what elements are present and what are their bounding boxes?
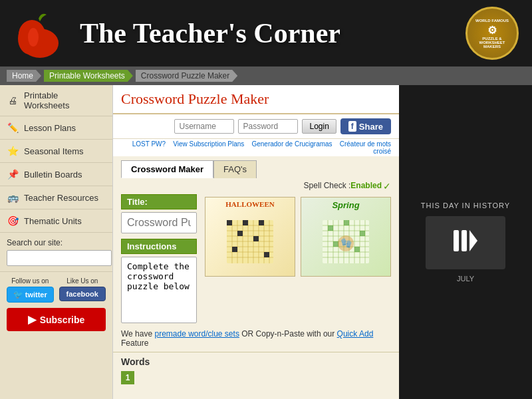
- sidebar-item-resources[interactable]: 🚌 Teacher Resources: [0, 186, 112, 209]
- lost-pw-link[interactable]: LOST PW?: [132, 140, 166, 148]
- facebook-button[interactable]: facebook: [59, 287, 106, 301]
- sidebar-item-bulletin[interactable]: 📌 Bulletin Boards: [0, 163, 112, 186]
- login-row: Login f Share: [113, 114, 399, 139]
- checkmark-icon: ✓: [383, 181, 391, 192]
- tab-faq[interactable]: FAQ's: [213, 160, 257, 178]
- form-left: Title: Instructions Complete the crosswo…: [121, 194, 197, 325]
- svg-rect-20: [227, 220, 232, 225]
- breadcrumb: Home Printable Worksheets Crossword Puzz…: [0, 66, 532, 85]
- svg-rect-25: [232, 247, 237, 252]
- svg-text:🧤: 🧤: [340, 237, 352, 249]
- info-text: We have premade word/clue sets OR Copy-n…: [113, 325, 399, 352]
- svg-text:TRICK OR TREAT: TRICK OR TREAT: [233, 266, 267, 267]
- password-input[interactable]: [238, 119, 298, 134]
- right-panel: THIS DAY IN HISTORY JULY: [399, 85, 532, 399]
- site-logo: [13, 7, 66, 60]
- svg-rect-26: [264, 252, 269, 257]
- creator-link[interactable]: Créateur de mots croisé: [340, 140, 391, 155]
- sidebar-item-seasonal[interactable]: ⭐ Seasonal Items: [0, 140, 112, 163]
- facebook-box: Like Us on facebook: [59, 277, 106, 303]
- search-input[interactable]: [7, 250, 112, 266]
- site-title: The Teacher's Corner: [80, 17, 466, 49]
- svg-rect-22: [259, 220, 264, 225]
- instructions-textarea[interactable]: Complete the crossword puzzle below: [121, 257, 197, 323]
- subscription-link[interactable]: View Subscription Plans: [173, 140, 244, 148]
- sidebar-item-printable[interactable]: 🖨 Printable Worksheets: [0, 85, 112, 116]
- premade-link[interactable]: premade word/clue sets: [154, 329, 239, 338]
- svg-rect-51: [454, 230, 459, 251]
- svg-rect-24: [253, 236, 259, 241]
- spell-check-row: Spell Check : Enabled ✓: [113, 178, 399, 194]
- page-title: Crossword Puzzle Maker: [121, 90, 391, 108]
- twitter-button[interactable]: 🐦 twitter: [7, 287, 54, 303]
- social-section: Follow us on 🐦 twitter Like Us on facebo…: [0, 272, 112, 336]
- halloween-preview: HALLOWEEN: [205, 197, 295, 277]
- svg-rect-46: [360, 231, 365, 236]
- quick-add-link[interactable]: Quick Add: [337, 329, 374, 338]
- breadcrumb-home[interactable]: Home: [7, 70, 41, 82]
- spell-check-status: Enabled: [350, 181, 382, 192]
- halloween-grid-svg: TRICK OR TREAT: [223, 207, 277, 267]
- subscribe-button[interactable]: ▶ Subscribe: [7, 308, 106, 331]
- username-input[interactable]: [174, 119, 234, 134]
- pencil-icon: ✏️: [7, 122, 19, 134]
- spring-grid-svg: 🧤: [319, 207, 372, 267]
- title-field-label: Title:: [121, 194, 197, 209]
- facebook-f-icon: f: [348, 121, 356, 132]
- form-area: Title: Instructions Complete the crosswo…: [113, 194, 399, 325]
- words-section: Words 1: [113, 352, 399, 388]
- title-input[interactable]: [121, 212, 197, 233]
- main-layout: 🖨 Printable Worksheets ✏️ Lesson Plans ⭐…: [0, 85, 532, 399]
- play-icon: [452, 227, 479, 259]
- tabs-row: Crossword Maker FAQ's: [113, 156, 399, 178]
- svg-rect-52: [462, 230, 467, 251]
- seasonal-icon: ⭐: [7, 145, 19, 157]
- svg-marker-53: [469, 230, 477, 251]
- content-header: Crossword Puzzle Maker: [113, 85, 399, 114]
- printer-icon: 🖨: [7, 94, 19, 106]
- site-header: The Teacher's Corner WORLD FAMOUS ⚙ PUZZ…: [0, 0, 532, 66]
- svg-rect-44: [328, 225, 333, 231]
- svg-rect-47: [333, 241, 338, 247]
- bulletin-icon: 📌: [7, 168, 19, 180]
- youtube-icon: ▶: [28, 313, 36, 326]
- svg-point-3: [28, 28, 39, 47]
- sidebar-item-lesson[interactable]: ✏️ Lesson Plans: [0, 116, 112, 140]
- breadcrumb-printable[interactable]: Printable Worksheets: [44, 70, 133, 82]
- svg-rect-48: [354, 247, 360, 252]
- words-title: Words: [121, 356, 391, 367]
- generator-link[interactable]: Generador de Crucigramas: [251, 140, 332, 148]
- login-button[interactable]: Login: [302, 119, 336, 134]
- badge: WORLD FAMOUS ⚙ PUZZLE & WORKSHEET MAKERS: [466, 7, 519, 60]
- content-area: Crossword Puzzle Maker Login f Share LOS…: [113, 85, 399, 399]
- twitter-bird-icon: 🐦: [13, 290, 23, 299]
- login-links: LOST PW? View Subscription Plans Generad…: [113, 139, 399, 156]
- twitter-box: Follow us on 🐦 twitter: [7, 277, 54, 303]
- sidebar-item-thematic[interactable]: 🎯 Thematic Units: [0, 209, 112, 233]
- sidebar: 🖨 Printable Worksheets ✏️ Lesson Plans ⭐…: [0, 85, 113, 399]
- video-player[interactable]: [426, 216, 505, 269]
- share-button[interactable]: f Share: [340, 118, 391, 134]
- word-number: 1: [121, 371, 134, 384]
- tab-crossword-maker[interactable]: Crossword Maker: [121, 160, 213, 178]
- preview-images: HALLOWEEN: [205, 197, 391, 277]
- spring-preview: Spring: [301, 197, 391, 277]
- preview-area: HALLOWEEN: [205, 194, 391, 325]
- instructions-field-label: Instructions: [121, 239, 197, 254]
- svg-rect-23: [237, 231, 243, 236]
- svg-rect-21: [243, 220, 248, 225]
- svg-rect-45: [344, 220, 349, 225]
- breadcrumb-current: Crossword Puzzle Maker: [136, 70, 237, 82]
- search-section: Search our site: 🔍: [0, 233, 112, 272]
- search-label: Search our site:: [7, 238, 106, 247]
- thematic-icon: 🎯: [7, 215, 19, 227]
- video-date: JULY: [457, 275, 474, 283]
- video-title: THIS DAY IN HISTORY: [421, 201, 510, 209]
- resources-icon: 🚌: [7, 192, 19, 203]
